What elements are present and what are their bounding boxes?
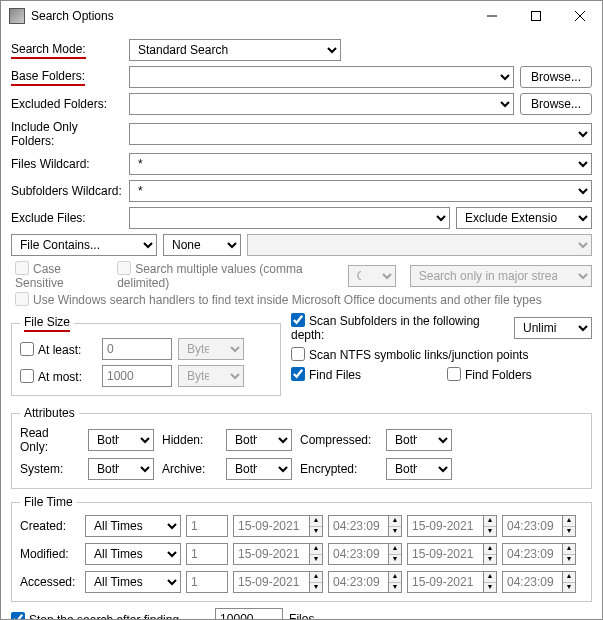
windows-handlers-option: Use Windows search handlers to find text…	[15, 292, 542, 307]
compressed-label: Compressed:	[300, 433, 378, 447]
app-icon	[9, 8, 25, 24]
spin-buttons: ▲▼	[483, 515, 497, 537]
read-only-select[interactable]: Both	[88, 429, 154, 451]
scan-ntfs-option[interactable]: Scan NTFS symbolic links/junction points	[291, 347, 528, 362]
at-least-value	[102, 338, 172, 360]
hidden-select[interactable]: Both	[226, 429, 292, 451]
spin-buttons: ▲▼	[309, 515, 323, 537]
created-to-date	[407, 515, 483, 537]
at-least-checkbox[interactable]	[20, 342, 34, 356]
base-folders-label: Base Folders:	[11, 69, 123, 86]
include-only-folders-label: Include Only Folders:	[11, 120, 123, 148]
accessed-to-time	[502, 571, 562, 593]
excluded-folders-browse-button[interactable]: Browse...	[520, 93, 592, 115]
compressed-select[interactable]: Both	[386, 429, 452, 451]
exclude-files-select[interactable]	[129, 207, 450, 229]
multi-values-option: Search multiple values (comma delimited)	[117, 261, 334, 290]
window-title: Search Options	[31, 9, 114, 23]
close-button[interactable]	[558, 1, 602, 31]
created-from-date	[233, 515, 309, 537]
find-folders-option[interactable]: Find Folders	[447, 367, 532, 382]
spin-buttons: ▲▼	[562, 543, 576, 565]
scan-subfolders-checkbox[interactable]	[291, 313, 305, 327]
find-files-option[interactable]: Find Files	[291, 367, 441, 382]
accessed-from-time	[328, 571, 388, 593]
search-mode-label: Search Mode:	[11, 42, 123, 59]
spin-buttons: ▲▼	[388, 571, 402, 593]
accessed-mode-select[interactable]: All Times	[85, 571, 181, 593]
encrypted-label: Encrypted:	[300, 462, 378, 476]
exclude-files-label: Exclude Files:	[11, 211, 123, 225]
find-folders-checkbox[interactable]	[447, 367, 461, 381]
spin-buttons: ▲▼	[483, 543, 497, 565]
modified-from-date	[233, 543, 309, 565]
modified-label: Modified:	[20, 547, 80, 561]
base-folders-select[interactable]	[129, 66, 514, 88]
scan-subfolders-option[interactable]: Scan Subfolders in the following depth:	[291, 313, 508, 342]
at-most-value	[102, 365, 172, 387]
modified-mode-select[interactable]: All Times	[85, 543, 181, 565]
archive-label: Archive:	[162, 462, 218, 476]
minimize-button[interactable]	[470, 1, 514, 31]
modified-from-time	[328, 543, 388, 565]
created-from-time	[328, 515, 388, 537]
at-least-option[interactable]: At least:	[20, 342, 96, 357]
svg-rect-1	[532, 12, 541, 21]
spin-buttons: ▲▼	[483, 571, 497, 593]
created-to-time	[502, 515, 562, 537]
accessed-count	[186, 571, 228, 593]
created-label: Created:	[20, 519, 80, 533]
attributes-legend: Attributes	[20, 406, 79, 420]
accessed-from-date	[233, 571, 309, 593]
stop-after-checkbox[interactable]	[11, 612, 25, 621]
system-label: System:	[20, 462, 80, 476]
find-files-checkbox[interactable]	[291, 367, 305, 381]
file-contains-mode-select[interactable]: None	[163, 234, 241, 256]
files-wildcard-select[interactable]: *	[129, 153, 592, 175]
exclude-extensions-select[interactable]: Exclude Extensions List	[456, 207, 592, 229]
multi-values-checkbox	[117, 261, 131, 275]
modified-to-date	[407, 543, 483, 565]
maximize-button[interactable]	[514, 1, 558, 31]
spin-buttons: ▲▼	[388, 543, 402, 565]
case-sensitive-checkbox	[15, 261, 29, 275]
or-and-select: Or	[348, 265, 396, 287]
scan-ntfs-checkbox[interactable]	[291, 347, 305, 361]
stop-after-option[interactable]: Stop the search after finding...	[11, 612, 189, 621]
spin-buttons: ▲▼	[309, 543, 323, 565]
titlebar: Search Options	[1, 1, 602, 31]
modified-to-time	[502, 543, 562, 565]
stop-after-files-label: Files	[289, 612, 314, 620]
created-mode-select[interactable]: All Times	[85, 515, 181, 537]
file-contains-value-select	[247, 234, 592, 256]
file-time-legend: File Time	[20, 495, 77, 509]
excluded-folders-label: Excluded Folders:	[11, 97, 123, 111]
excluded-folders-select[interactable]	[129, 93, 514, 115]
at-least-unit-select: Bytes	[178, 338, 244, 360]
major-streams-select: Search only in major streams	[410, 265, 592, 287]
system-select[interactable]: Both	[88, 458, 154, 480]
at-most-option[interactable]: At most:	[20, 369, 96, 384]
stop-after-count[interactable]	[215, 608, 283, 620]
accessed-label: Accessed:	[20, 575, 80, 589]
file-contains-select[interactable]: File Contains...	[11, 234, 157, 256]
search-mode-select[interactable]: Standard Search	[129, 39, 341, 61]
at-most-checkbox[interactable]	[20, 369, 34, 383]
created-count	[186, 515, 228, 537]
spin-buttons: ▲▼	[562, 571, 576, 593]
windows-handlers-checkbox	[15, 292, 29, 306]
read-only-label: Read Only:	[20, 426, 80, 454]
base-folders-browse-button[interactable]: Browse...	[520, 66, 592, 88]
include-only-folders-select[interactable]	[129, 123, 592, 145]
scan-depth-select[interactable]: Unlimited	[514, 317, 592, 339]
spin-buttons: ▲▼	[388, 515, 402, 537]
archive-select[interactable]: Both	[226, 458, 292, 480]
case-sensitive-option: Case Sensitive	[15, 261, 103, 290]
subfolders-wildcard-label: Subfolders Wildcard:	[11, 184, 123, 198]
encrypted-select[interactable]: Both	[386, 458, 452, 480]
spin-buttons: ▲▼	[562, 515, 576, 537]
subfolders-wildcard-select[interactable]: *	[129, 180, 592, 202]
spin-buttons: ▲▼	[309, 571, 323, 593]
file-size-legend: File Size	[20, 315, 74, 332]
accessed-to-date	[407, 571, 483, 593]
